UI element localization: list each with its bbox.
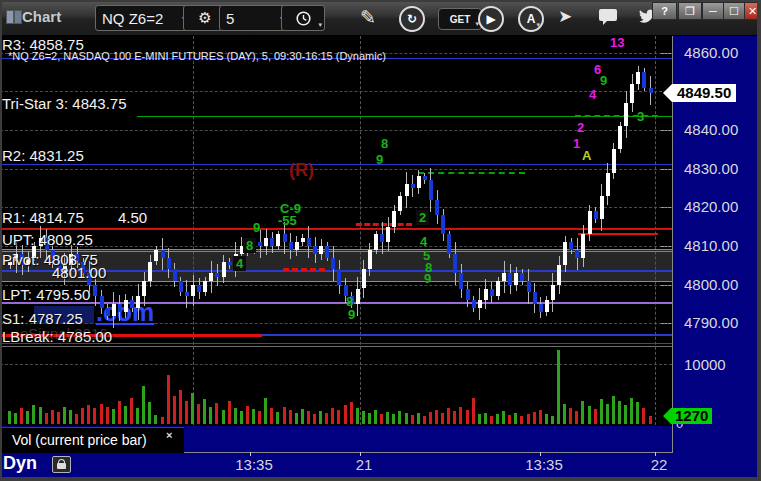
clock-icon [296,11,311,26]
get-icon[interactable]: GET ▾ [438,8,482,30]
volume-pane[interactable] [0,346,672,427]
tag-arrow [663,408,671,424]
chart-window-icon2 [14,10,22,24]
tag-arrow [663,84,672,102]
close-icon[interactable]: × [166,429,172,441]
lock-body [57,463,66,469]
trend-icon[interactable]: ↻ [399,6,425,32]
chevron-down-icon: ▾ [536,21,540,29]
watermark-obscured [34,306,94,324]
chart-series-label: *NQ Z6=2, NASDAQ 100 E-MINI FUTURES (DAY… [8,50,386,62]
current-volume-tag: 1270 [663,408,712,424]
volume-tab-label: Vol (current price bar) [12,432,147,448]
current-volume-value: 1270 [671,408,712,424]
auto-icon[interactable]: A ▾ [518,6,544,32]
restore-button[interactable]: ❐ [678,2,702,20]
interval-select-value: 5 [226,10,234,27]
window-title: Chart [22,8,61,25]
current-price-tag: 4849.50 [663,84,736,102]
chart-window: 4860.004840.004830.004820.004810.004800.… [0,0,761,481]
window-border-left [0,0,2,481]
watermark-link: .com [96,298,154,327]
current-price-value: 4849.50 [672,84,736,102]
lock-icon[interactable] [52,456,71,473]
chart-window-icon [6,10,14,24]
gear-icon: ⚙ [198,9,211,27]
dyn-mode-button[interactable]: Dyn [3,453,37,474]
toolbar: Chart NQ Z6=2 ▾ ⚙ ▾ 5 ▾ ▾ ✎ ↻ GET ▾ ▶ A [0,0,761,36]
symbol-select-value: NQ Z6=2 [102,10,163,27]
window-border-bottom [0,477,761,481]
volume-tab[interactable]: Vol (current price bar) × [2,427,184,453]
maximize-button[interactable]: ☐ [723,2,745,20]
watermark-copyright: eSignal 2016 [20,325,108,342]
chevron-down-icon: ▾ [318,21,322,29]
get-label: GET [450,14,471,25]
minimize-button[interactable]: ─ [702,2,724,20]
time-settings-button[interactable]: ▾ [281,5,325,31]
auto-label: A [527,12,536,26]
help-button[interactable]: ? [652,2,677,20]
window-border-top [0,0,761,2]
send-icon[interactable]: ➤ [558,6,572,27]
window-border-right [757,0,761,481]
volume-axis-10000: 10000 [684,356,726,373]
play-icon[interactable]: ▶ [478,6,504,32]
symbol-select[interactable]: NQ Z6=2 ▾ [95,5,193,31]
pencil-icon[interactable]: ✎ [360,6,376,29]
comment-icon[interactable] [598,8,618,30]
